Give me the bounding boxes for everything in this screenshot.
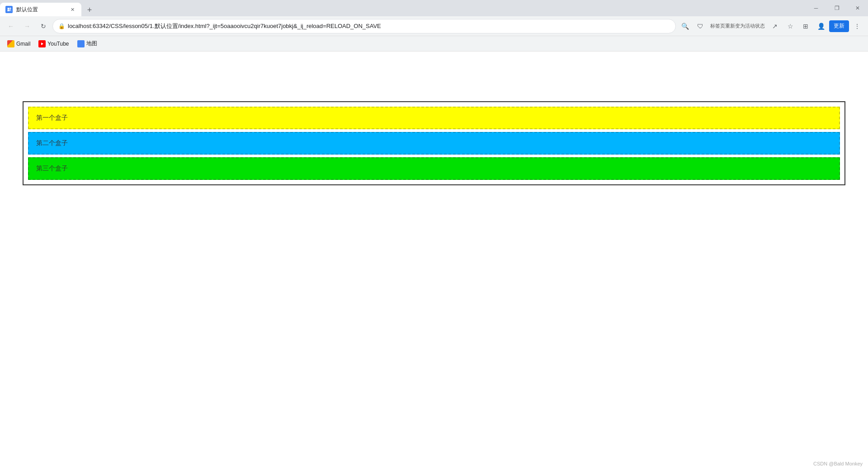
- active-tab[interactable]: 默 默认位置 ✕: [0, 3, 81, 16]
- demo-container: 第一个盒子 第二个盒子 第三个盒子: [23, 101, 845, 185]
- box-1: 第一个盒子: [28, 107, 840, 129]
- maps-favicon: [77, 40, 85, 47]
- lock-icon: 🔒: [58, 23, 65, 29]
- tab-bar: 默 默认位置 ✕ +: [0, 0, 96, 16]
- tab-favicon: 默: [5, 6, 13, 13]
- shield-icon: 🛡: [697, 23, 703, 30]
- zoom-icon: 🔍: [681, 23, 689, 30]
- gmail-favicon: [7, 40, 14, 47]
- nav-bar: ← → ↻ 🔒 🔍 🛡 标签页重新变为活动状态 ↗ ☆: [0, 16, 868, 36]
- back-icon: ←: [8, 23, 14, 30]
- profile-button[interactable]: 👤: [814, 19, 828, 33]
- address-bar-container[interactable]: 🔒: [52, 19, 676, 33]
- forward-icon: →: [24, 23, 30, 30]
- zoom-button[interactable]: 🔍: [678, 19, 692, 33]
- footer-credit: CSDN @Bald Monkey: [813, 461, 863, 466]
- box-3: 第三个盒子: [28, 157, 840, 180]
- bookmark-gmail[interactable]: Gmail: [4, 38, 34, 49]
- window-controls: ─ ❐ ✕: [806, 0, 868, 16]
- bookmark-maps[interactable]: 地图: [74, 38, 101, 49]
- profile-icon: 👤: [817, 23, 825, 30]
- minimize-button[interactable]: ─: [806, 0, 826, 16]
- box-3-label: 第三个盒子: [36, 164, 68, 172]
- bookmark-youtube-label: YouTube: [47, 41, 69, 47]
- content-area: 第一个盒子 第二个盒子 第三个盒子: [0, 52, 868, 470]
- tab-title: 默认位置: [16, 6, 65, 14]
- bookmarks-bar: Gmail YouTube 地图: [0, 36, 868, 52]
- bookmark-youtube[interactable]: YouTube: [35, 38, 72, 49]
- back-button[interactable]: ←: [4, 19, 18, 33]
- update-button[interactable]: 更新: [829, 20, 849, 32]
- split-view-icon: ⊞: [803, 23, 808, 30]
- box-1-label: 第一个盒子: [36, 114, 68, 121]
- restore-button[interactable]: ❐: [826, 0, 847, 16]
- shield-button[interactable]: 🛡: [693, 19, 708, 33]
- bookmark-maps-label: 地图: [86, 40, 97, 47]
- share-icon: ↗: [772, 23, 778, 30]
- address-bar[interactable]: [68, 23, 670, 29]
- more-button[interactable]: ⋮: [850, 19, 864, 33]
- title-bar: 默 默认位置 ✕ + ─ ❐ ✕: [0, 0, 868, 16]
- share-button[interactable]: ↗: [768, 19, 782, 33]
- forward-button[interactable]: →: [20, 19, 34, 33]
- close-button[interactable]: ✕: [847, 0, 868, 16]
- browser-window: 默 默认位置 ✕ + ─ ❐ ✕ ← →: [0, 0, 868, 470]
- bookmark-gmail-label: Gmail: [16, 41, 30, 47]
- bookmark-button[interactable]: ☆: [783, 19, 797, 33]
- new-tab-button[interactable]: +: [83, 4, 96, 16]
- reload-button[interactable]: ↻: [36, 19, 51, 33]
- bookmark-icon: ☆: [788, 23, 793, 30]
- more-icon: ⋮: [854, 23, 860, 30]
- youtube-favicon: [38, 40, 46, 47]
- box-2: 第二个盒子: [28, 132, 840, 155]
- nav-right-buttons: 🔍 🛡 标签页重新变为活动状态 ↗ ☆ ⊞ 👤 更新 ⋮: [678, 19, 864, 33]
- svg-marker-0: [41, 42, 43, 45]
- split-view-button[interactable]: ⊞: [798, 19, 813, 33]
- tab-status-label: 标签页重新变为活动状态: [708, 23, 767, 29]
- tab-close-button[interactable]: ✕: [69, 6, 76, 13]
- box-2-label: 第二个盒子: [36, 139, 68, 146]
- reload-icon: ↻: [41, 23, 46, 30]
